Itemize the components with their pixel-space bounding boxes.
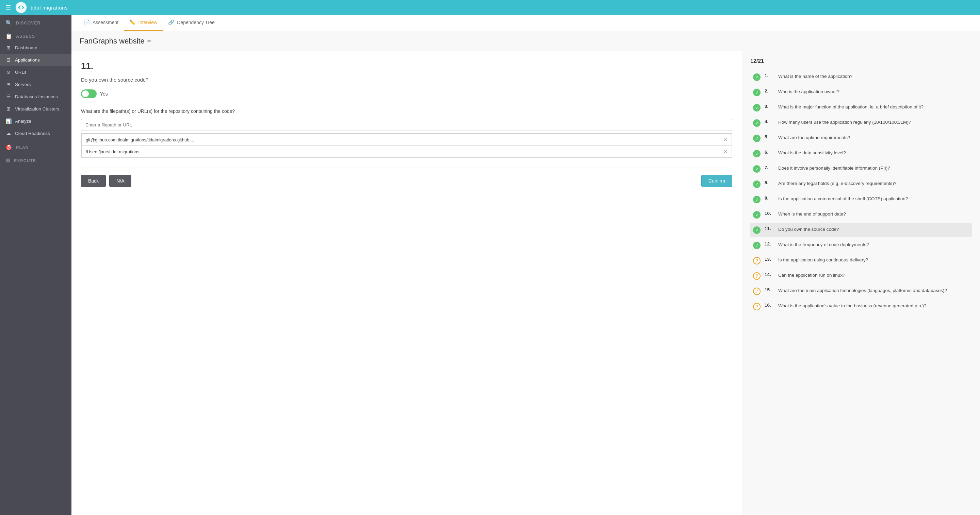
- filepath-remove-0[interactable]: ✕: [724, 137, 727, 143]
- q-status-12: ✓: [753, 242, 760, 249]
- question-list-item-1[interactable]: ✓1.What is the name of the application?: [750, 70, 972, 84]
- page-title: FanGraphs website ✏: [80, 37, 972, 46]
- edit-page-title-icon[interactable]: ✏: [147, 38, 152, 44]
- main-layout: 🔍 DISCOVER 📋 ASSESS ⊞ Dashboard ⊡ Applic…: [0, 15, 980, 515]
- interview-tab-label: Interview: [138, 20, 157, 25]
- sidebar-label-applications: Applications: [15, 57, 40, 63]
- question-text: Do you own the source code?: [81, 77, 732, 82]
- q-num-14: 14.: [765, 272, 774, 277]
- sidebar-item-applications[interactable]: ⊡ Applications: [0, 54, 72, 66]
- question-list-item-4[interactable]: ✓4.How many users use the application re…: [750, 116, 972, 130]
- top-header: ☰ tidal migrations: [0, 0, 980, 15]
- q-status-10: ✓: [753, 211, 760, 219]
- q-status-16: ?: [753, 303, 760, 311]
- execute-label: EXECUTE: [14, 158, 36, 163]
- q-text-13: Is the application using continuous deli…: [778, 257, 969, 263]
- na-button[interactable]: N/A: [109, 175, 131, 187]
- question-list-item-12[interactable]: ✓12.What is the frequency of code deploy…: [750, 238, 972, 253]
- q-num-4: 4.: [765, 119, 774, 124]
- q-text-10: When is the end of support date?: [778, 211, 969, 217]
- q-num-8: 8.: [765, 180, 774, 185]
- applications-icon: ⊡: [5, 57, 11, 63]
- question-list-item-7[interactable]: ✓7.Does it involve personally identifiab…: [750, 162, 972, 176]
- tab-assessment[interactable]: 📄 Assessment: [78, 15, 124, 31]
- question-list-item-11[interactable]: ✓11.Do you own the source code?: [750, 223, 972, 237]
- sidebar-item-cloud-readiness[interactable]: ☁ Cloud Readiness: [0, 127, 72, 139]
- q-status-15: ?: [753, 288, 760, 295]
- q-text-12: What is the frequency of code deployment…: [778, 241, 969, 248]
- question-list-item-15[interactable]: ?15.What are the main application techno…: [750, 284, 972, 298]
- q-num-9: 9.: [765, 195, 774, 201]
- q-num-11: 11.: [765, 226, 774, 231]
- question-list-item-9[interactable]: ✓9.Is the application a commerical of th…: [750, 192, 972, 207]
- sidebar-label-analyze: Analyze: [15, 119, 31, 124]
- q-status-6: ✓: [753, 150, 760, 157]
- plan-label: PLAN: [16, 145, 29, 150]
- question-list-item-2[interactable]: ✓2.Who is the application owner?: [750, 85, 972, 100]
- page-header: FanGraphs website ✏: [72, 31, 980, 51]
- dependency-tab-label: Dependency Tree: [177, 20, 215, 25]
- sidebar-label-urls: URLs: [15, 70, 27, 75]
- left-panel: 11. Do you own the source code? Yes What…: [72, 51, 742, 515]
- plan-icon: 🎯: [5, 144, 13, 151]
- sidebar-label-servers: Servers: [15, 82, 31, 87]
- assessment-tab-icon: 📄: [84, 19, 90, 25]
- discover-label: DISCOVER: [16, 21, 40, 25]
- toggle-slider: [81, 89, 97, 98]
- q-text-16: What is the application's value to the b…: [778, 303, 969, 309]
- dependency-tab-icon: 🔗: [168, 19, 175, 25]
- svg-point-1: [20, 6, 23, 9]
- q-num-16: 16.: [765, 303, 774, 307]
- q-num-7: 7.: [765, 165, 774, 170]
- q-status-1: ✓: [753, 73, 760, 81]
- question-list-item-6[interactable]: ✓6.What is the data sensitivity level?: [750, 146, 972, 161]
- sidebar-item-virtualization[interactable]: ⊞ Virtualization Clusters: [0, 103, 72, 115]
- sidebar-item-urls[interactable]: ⊙ URLs: [0, 66, 72, 78]
- question-list-item-10[interactable]: ✓10.When is the end of support date?: [750, 208, 972, 222]
- filepath-remove-1[interactable]: ✕: [724, 149, 727, 154]
- question-list-item-3[interactable]: ✓3.What is the major function of the app…: [750, 100, 972, 115]
- q-status-4: ✓: [753, 119, 760, 127]
- tab-bar: 📄 Assessment ✏️ Interview 🔗 Dependency T…: [72, 15, 980, 31]
- toggle-switch[interactable]: [81, 89, 97, 98]
- filepath-value-0: git@github.com:tidalmigrations/tidalmigr…: [86, 137, 194, 143]
- urls-icon: ⊙: [5, 69, 11, 75]
- q-status-7: ✓: [753, 165, 760, 173]
- servers-icon: ≡: [5, 81, 11, 87]
- question-list: ✓1.What is the name of the application?✓…: [750, 70, 972, 314]
- sidebar-item-databases[interactable]: ☰ Databases Instances: [0, 90, 72, 103]
- q-text-4: How many users use the application regul…: [778, 119, 969, 126]
- sidebar-item-servers[interactable]: ≡ Servers: [0, 78, 72, 90]
- assessment-tab-label: Assessment: [92, 20, 118, 25]
- question-list-item-13[interactable]: ?13.Is the application using continuous …: [750, 253, 972, 268]
- filepath-entry-0: git@github.com:tidalmigrations/tidalmigr…: [81, 133, 732, 146]
- action-bar: Back N/A Confirm: [81, 168, 732, 187]
- question-list-item-8[interactable]: ✓8.Are there any legal holds (e.g. e-dis…: [750, 177, 972, 192]
- q-num-2: 2.: [765, 89, 774, 93]
- back-button[interactable]: Back: [81, 175, 106, 187]
- sidebar-item-analyze[interactable]: 📊 Analyze: [0, 115, 72, 127]
- discover-section: 🔍 DISCOVER: [0, 15, 72, 28]
- q-status-3: ✓: [753, 104, 760, 111]
- tab-interview[interactable]: ✏️ Interview: [124, 15, 163, 31]
- confirm-button[interactable]: Confirm: [701, 175, 732, 187]
- discover-icon: 🔍: [5, 20, 13, 26]
- assess-icon: 📋: [5, 33, 13, 40]
- question-list-item-14[interactable]: ?14.Can the application run on linux?: [750, 269, 972, 283]
- q-text-5: What are the uptime requirements?: [778, 134, 969, 141]
- q-status-11: ✓: [753, 227, 760, 234]
- assess-section: 📋 ASSESS: [0, 28, 72, 41]
- q-text-7: Does it involve personally identifiable …: [778, 165, 969, 172]
- assess-label: ASSESS: [16, 34, 35, 39]
- q-num-15: 15.: [765, 287, 774, 292]
- q-status-13: ?: [753, 257, 760, 265]
- question-list-item-5[interactable]: ✓5.What are the uptime requirements?: [750, 131, 972, 146]
- tab-dependency-tree[interactable]: 🔗 Dependency Tree: [163, 15, 220, 31]
- filepath-input[interactable]: [81, 119, 732, 131]
- q-num-10: 10.: [765, 211, 774, 216]
- progress-label: 12/21: [750, 58, 972, 64]
- hamburger-icon[interactable]: ☰: [5, 4, 11, 11]
- question-list-item-16[interactable]: ?16.What is the application's value to t…: [750, 299, 972, 314]
- sidebar-item-dashboard[interactable]: ⊞ Dashboard: [0, 41, 72, 54]
- toggle-label: Yes: [100, 91, 108, 97]
